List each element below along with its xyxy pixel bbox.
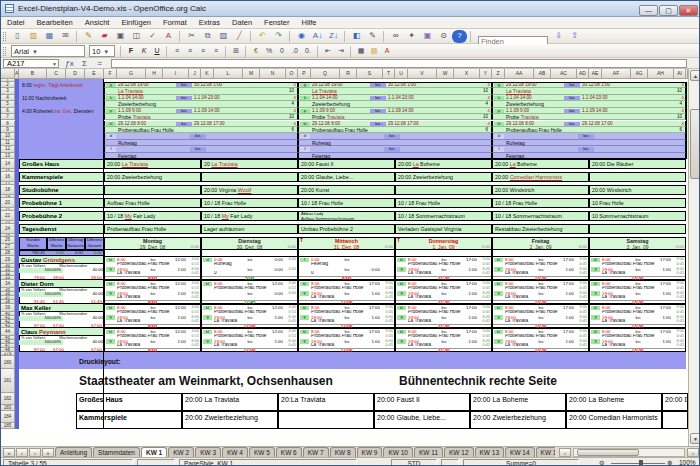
first-sheet-button[interactable]: « (3, 448, 15, 457)
merge-cells-icon[interactable]: ⊞ (230, 45, 242, 58)
venue-cell[interactable]: 20:00 Zweierbeziehung (395, 172, 492, 182)
sort-ascending-icon[interactable]: A↓ (310, 30, 325, 43)
menu-fenster[interactable]: Fenster (258, 17, 295, 29)
employee-pct-value[interactable]: 100,00% (19, 316, 63, 321)
venue-cell[interactable]: 10 / 18 Sommernachtstraum (395, 211, 492, 221)
venue-cell[interactable] (589, 224, 686, 234)
column-header-V[interactable]: V (408, 69, 437, 79)
next-sheet-button[interactable]: › (29, 448, 41, 457)
venue-label[interactable]: Kammerspiele (19, 172, 104, 182)
column-header-M[interactable]: M (243, 69, 260, 79)
auto-spellcheck-icon[interactable]: A (161, 30, 176, 43)
increase-indent-icon[interactable]: ⇥ (335, 45, 347, 58)
close-button[interactable]: ✕ (679, 5, 698, 16)
borders-icon[interactable]: ▦ (355, 45, 367, 58)
menu-datei[interactable]: Datei (1, 17, 31, 29)
venue-cell[interactable]: 20:00 Zweierbeziehung (104, 172, 201, 182)
decrease-indent-icon[interactable]: ⇤ (322, 45, 334, 58)
sheet-tab-kw-10[interactable]: KW 10 (383, 447, 413, 457)
row-header-180[interactable]: 180 (1, 356, 15, 369)
sheet-tab-kw-8[interactable]: KW 8 (330, 447, 356, 457)
venue-cell[interactable]: 20:00 Windstrich (589, 185, 686, 195)
email-icon[interactable]: ✉ (58, 30, 73, 43)
venue-cell[interactable]: 10 / 18 Frau Holle (298, 198, 395, 208)
column-header-Q[interactable]: Q (311, 69, 340, 79)
menu-extras[interactable]: Extras (193, 17, 226, 29)
venue-cell[interactable]: 10 / 18 Frau Holle (201, 198, 298, 208)
paste-icon[interactable]: ▨ (216, 30, 231, 43)
sort-descending-icon[interactable]: Z↓ (326, 30, 341, 43)
sheet-tab-kw-4[interactable]: KW 4 (222, 447, 248, 457)
page-preview-icon[interactable]: ◫ (129, 30, 144, 43)
align-right-icon[interactable]: ≡ (197, 45, 209, 58)
employee-name[interactable]: Dieter Dorn (19, 280, 104, 288)
previous-sheet-button[interactable]: ‹ (16, 448, 28, 457)
employee-hours-value[interactable]: 40:00 (83, 316, 103, 321)
sheet-tab-kw-13[interactable]: KW 13 (475, 447, 505, 457)
venue-cell[interactable]: Verladen Gastspiel Virginia (395, 224, 492, 234)
column-header-AA[interactable]: AA (505, 69, 534, 79)
venue-cell[interactable]: 10 / 18 My Fair Lady (201, 211, 298, 221)
zoom-icon[interactable]: ⊙ (436, 30, 451, 43)
employee-hours-value[interactable]: 40:00 (83, 340, 103, 345)
venue-cell[interactable]: 20 La Traviata (201, 159, 298, 169)
name-box[interactable]: A217▼ (3, 59, 59, 68)
column-header-B[interactable]: B (19, 69, 47, 79)
row-header-34[interactable]: 34 (1, 280, 15, 288)
zoom-in-icon[interactable]: ⊕ (667, 459, 672, 466)
copy-icon[interactable]: ⧉ (200, 30, 215, 43)
venue-cell[interactable]: Aufbau Frau Holle (104, 198, 201, 208)
column-header-Z[interactable]: Z (492, 69, 505, 79)
venue-cell[interactable]: 20:00 Glaube, Liebe... (298, 172, 395, 182)
venue-label[interactable]: Studiobühne (19, 185, 104, 195)
column-header-I[interactable]: I (163, 69, 189, 79)
venue-cell[interactable]: 20:00 Windstrich (492, 185, 589, 195)
column-header-S[interactable]: S (357, 69, 383, 79)
venue-label[interactable]: Probebühne 1 (19, 198, 104, 208)
sheet-tab-anleitung[interactable]: Anleitung (55, 447, 92, 457)
sheet-tab-stammdaten[interactable]: Stammdaten (93, 447, 140, 457)
column-header-C[interactable]: C (47, 69, 66, 79)
venue-cell[interactable]: 10 / 18 My Fair Lady (104, 211, 201, 221)
row-header-24[interactable]: 24 (1, 224, 15, 234)
horizontal-scroll-thumb[interactable] (577, 449, 639, 456)
formula-button[interactable]: = (93, 58, 106, 69)
venue-cell[interactable] (395, 185, 492, 195)
employee-name[interactable]: Max Keller (19, 304, 104, 312)
menu-format[interactable]: Format (157, 17, 193, 29)
delete-decimal-icon[interactable]: 0. (302, 45, 314, 58)
venue-cell[interactable]: Restabbau Zweierbeziehung (492, 224, 589, 234)
row-header-16[interactable]: 16 (1, 172, 15, 182)
italic-icon[interactable]: K (138, 45, 150, 58)
column-header-T[interactable]: T (383, 69, 395, 79)
export-pdf-icon[interactable]: ▰ (97, 30, 112, 43)
menu-ansicht[interactable]: Ansicht (79, 17, 116, 29)
hscroll-right-icon[interactable]: › (687, 448, 699, 457)
vertical-scrollbar[interactable]: ▲▼ (688, 69, 700, 446)
zoom-slider-thumb[interactable] (639, 460, 643, 466)
column-header-H[interactable]: H (146, 69, 163, 79)
save-icon[interactable]: ▦ (42, 30, 57, 43)
redo-icon[interactable]: ↷ (271, 30, 286, 43)
column-header-AI[interactable]: AI (674, 69, 686, 79)
row-header-39[interactable]: 39 (1, 304, 15, 312)
venue-cell[interactable]: 20:00 Kunst (298, 185, 395, 195)
row-header-20[interactable]: 20 (1, 198, 15, 208)
background-color-icon[interactable]: ▨ (368, 45, 380, 58)
row-header-18[interactable]: 18 (1, 185, 15, 195)
venue-cell[interactable]: 20:00 Virginia Woolf (201, 185, 298, 195)
edit-mode-icon[interactable]: ✎ (81, 30, 96, 43)
venue-cell[interactable]: 20:00 La Boheme (395, 159, 492, 169)
align-justify-icon[interactable]: ≡ (210, 45, 222, 58)
column-header-O[interactable]: O (286, 69, 298, 79)
column-header-N[interactable]: N (260, 69, 286, 79)
column-header-P[interactable]: P (298, 69, 311, 79)
font-size-combo[interactable]: 10▼ (89, 45, 115, 57)
column-header-Y[interactable]: Y (480, 69, 492, 79)
venue-cell[interactable]: 20:00 Die Räuber (589, 159, 686, 169)
menu-bearbeiten[interactable]: Bearbeiten (31, 17, 79, 29)
venue-label[interactable]: Tagesdienst (19, 224, 104, 234)
font-name-combo[interactable]: Arial▼ (11, 45, 85, 57)
number-currency-icon[interactable]: € (250, 45, 262, 58)
column-header-G[interactable]: G (117, 69, 146, 79)
